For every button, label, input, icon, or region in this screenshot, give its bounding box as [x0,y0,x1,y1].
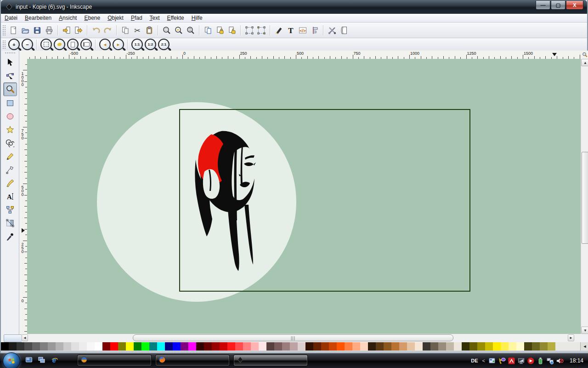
print-button[interactable] [44,25,55,36]
palette-swatch[interactable] [251,342,259,351]
palette-swatch[interactable] [298,342,305,351]
palette-swatch[interactable] [368,342,376,351]
dropper-tool[interactable] [4,230,17,243]
calligraphy-tool[interactable] [4,177,17,190]
menu-hilfe[interactable]: Hilfe [188,14,206,22]
zoom-drawing-button[interactable] [173,25,184,36]
palette-swatch[interactable] [477,342,485,351]
align-distribute-button[interactable] [309,25,320,36]
scroll-down-button[interactable]: ▼ [581,327,588,334]
node-editor-tool[interactable] [4,69,17,82]
palette-swatch[interactable] [196,342,204,351]
menu-bearbeiten[interactable]: Bearbeiten [21,14,55,22]
vertical-scrollbar[interactable]: ▲ ▼ [581,59,588,334]
fill-and-stroke-button[interactable] [273,25,284,36]
palette-swatch[interactable] [17,342,24,351]
palette-swatch[interactable] [407,342,415,351]
messenger-tray-icon[interactable] [498,357,506,365]
palette-swatch[interactable] [235,342,243,351]
menu-ebene[interactable]: Ebene [80,14,104,22]
copy-button[interactable] [120,25,131,36]
palette-swatch[interactable] [266,342,274,351]
palette-swatch[interactable] [399,342,407,351]
palette-swatch[interactable] [48,342,56,351]
palette-swatch[interactable] [220,342,227,351]
palette-swatch[interactable] [79,342,87,351]
group-button[interactable] [244,25,255,36]
toolbar-grip[interactable] [2,40,6,49]
zoom-in-button[interactable]: + [8,39,20,50]
scroll-left-button[interactable]: ◄ [22,334,28,341]
pen-tool[interactable] [4,163,17,176]
palette-swatch[interactable] [501,342,509,351]
open-button[interactable] [20,25,31,36]
spiral-tool[interactable] [4,137,17,150]
menu-datei[interactable]: Datei [1,14,21,22]
scroll-right-button[interactable]: ► [568,334,574,341]
palette-swatch[interactable] [532,342,540,351]
horizontal-scrollbar[interactable]: ◄ ||| ► [22,334,581,342]
text-dialog-button[interactable]: T [285,25,296,36]
palette-swatch[interactable] [24,342,32,351]
palette-swatch[interactable] [329,342,337,351]
palette-swatch[interactable] [313,342,321,351]
palette-swatch[interactable] [274,342,282,351]
palette-swatch[interactable] [63,342,71,351]
canvas[interactable] [27,59,581,334]
palette-swatch[interactable] [469,342,477,351]
palette-swatch[interactable] [282,342,290,351]
taskbar-task-firefox[interactable] [155,355,230,366]
show-desktop-icon[interactable] [24,355,34,365]
zoom-1-2-button[interactable]: 1:2 [145,39,156,50]
horizontal-ruler[interactable]: -500-25002505007501000125015001750 [27,51,581,59]
start-button[interactable] [3,352,20,368]
connector-tool[interactable] [4,203,17,216]
zoom-selection-button[interactable] [161,25,172,36]
import-button[interactable] [61,25,72,36]
app-window-tray-icon[interactable] [488,357,496,365]
keyboard-language-indicator[interactable]: DE [471,358,478,363]
scrollbar-corner-box[interactable] [4,334,22,342]
paste-button[interactable] [144,25,155,36]
palette-swatch[interactable] [493,342,501,351]
palette-swatch[interactable] [438,342,446,351]
zoom-previous-button[interactable]: ◄ [99,39,111,50]
zoom-tool[interactable] [3,82,17,96]
palette-swatch[interactable] [126,342,134,351]
vertical-ruler[interactable]: 10007505002500 [20,59,28,334]
palette-swatch[interactable] [352,342,360,351]
palette-swatch[interactable] [134,342,141,351]
palette-swatch[interactable] [462,342,469,351]
taskbar-task-freecommander[interactable] [77,355,152,366]
scroll-up-button[interactable]: ▲ [581,59,588,66]
document-properties-button[interactable] [339,25,350,36]
zoom-out-button[interactable]: − [22,39,33,50]
palette-swatch[interactable] [509,342,516,351]
export-button[interactable] [73,25,84,36]
toolbar-grip[interactable] [2,25,6,35]
palette-swatch[interactable] [95,342,102,351]
create-clone-button[interactable] [215,25,226,36]
palette-swatch[interactable] [188,342,196,351]
palette-swatch[interactable] [204,342,212,351]
tray-collapse-chevron[interactable]: < [482,358,485,363]
palette-swatch[interactable] [32,342,40,351]
power-tray-icon[interactable] [537,357,544,365]
display-tray-icon[interactable] [517,357,525,365]
menu-text[interactable]: Text [146,14,164,22]
menu-objekt[interactable]: Objekt [104,14,127,22]
star-tool[interactable] [4,123,17,136]
palette-swatch[interactable] [415,342,423,351]
palette-swatch[interactable] [173,342,181,351]
palette-swatch[interactable] [118,342,126,351]
palette-swatch[interactable] [212,342,220,351]
palette-swatch[interactable] [87,342,95,351]
zoom-drawing-button[interactable] [54,39,65,50]
palette-swatch[interactable] [56,342,63,351]
palette-swatch[interactable] [243,342,251,351]
palette-swatch[interactable] [485,342,493,351]
palette-swatch[interactable] [376,342,384,351]
palette-swatch[interactable] [305,342,313,351]
text-tool[interactable]: A [4,190,17,203]
zoom-page-button[interactable] [185,25,196,36]
